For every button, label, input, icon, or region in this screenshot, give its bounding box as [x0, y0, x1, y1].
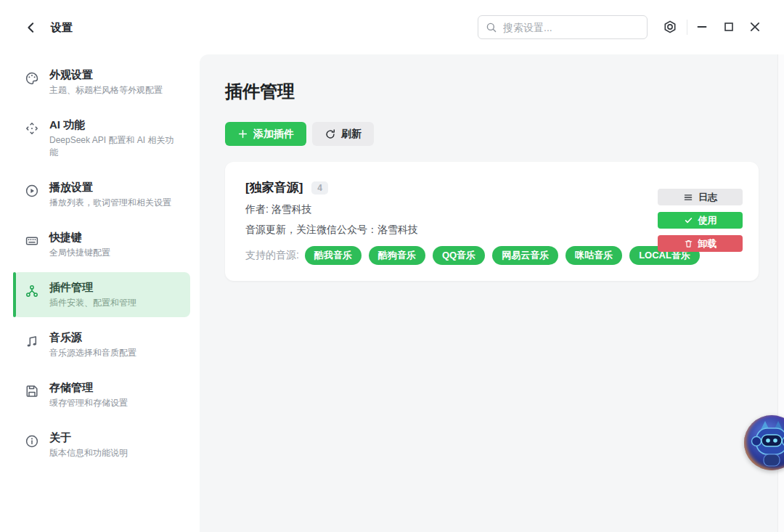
sidebar-item-label: 存储管理 — [49, 380, 128, 395]
sidebar-item-music-source[interactable]: 音乐源 音乐源选择和音质配置 — [13, 322, 190, 367]
maximize-icon — [722, 20, 736, 34]
check-icon — [684, 216, 693, 225]
source-tag: QQ音乐 — [433, 246, 485, 265]
source-tag: 咪咕音乐 — [565, 246, 622, 265]
sidebar-item-label: 快捷键 — [49, 230, 110, 245]
use-button[interactable]: 使用 — [658, 212, 743, 229]
sidebar-item-label: 插件管理 — [49, 280, 136, 295]
nut-icon — [663, 20, 677, 34]
source-tag: 酷狗音乐 — [369, 246, 425, 265]
sidebar-item-desc: 主题、标题栏风格等外观配置 — [49, 84, 163, 97]
maximize-button[interactable] — [719, 17, 739, 37]
back-button[interactable] — [22, 18, 41, 37]
palette-icon — [25, 71, 39, 86]
settings-sidebar: 外观设置 主题、标题栏风格等外观配置 AI 功能 DeepSeek API 配置… — [0, 54, 200, 532]
settings-gear-button[interactable] — [660, 17, 680, 37]
settings-window: { "titlebar": { "back_icon": "chevron-le… — [0, 0, 784, 532]
log-label: 日志 — [698, 191, 717, 204]
sidebar-item-label: 关于 — [49, 430, 128, 445]
plugin-card: [独家音源] 4 作者: 洛雪科技 音源更新，关注微信公众号：洛雪科技 支持的音… — [225, 162, 759, 281]
sources-label: 支持的音源: — [245, 249, 299, 262]
sidebar-item-label: 外观设置 — [49, 67, 163, 82]
sidebar-item-text: 播放设置 播放列表，歌词管理和相关设置 — [49, 180, 171, 209]
sidebar-item-desc: 版本信息和功能说明 — [49, 447, 128, 459]
sidebar-item-desc: 全局快捷键配置 — [49, 247, 110, 259]
window-title: 设置 — [51, 21, 73, 35]
minimize-button[interactable] — [692, 17, 712, 37]
list-lines-icon — [683, 192, 693, 202]
settings-search — [478, 15, 648, 39]
sidebar-item-text: 音乐源 音乐源选择和音质配置 — [49, 330, 136, 359]
titlebar-divider — [687, 20, 687, 35]
titlebar: 设置 — [0, 0, 784, 54]
sidebar-item-plugins[interactable]: 插件管理 插件安装、配置和管理 — [13, 272, 190, 317]
add-plugin-button[interactable]: 添加插件 — [225, 122, 306, 146]
sidebar-item-storage[interactable]: 存储管理 缓存管理和存储设置 — [13, 372, 190, 417]
sidebar-item-text: 插件管理 插件安装、配置和管理 — [49, 280, 136, 309]
search-input[interactable] — [503, 22, 640, 33]
sidebar-item-desc: 音乐源选择和音质配置 — [49, 347, 136, 359]
sidebar-item-desc: 插件安装、配置和管理 — [49, 297, 136, 309]
log-button[interactable]: 日志 — [658, 189, 743, 205]
refresh-label: 刷新 — [341, 128, 362, 141]
sidebar-item-text: 外观设置 主题、标题栏风格等外观配置 — [49, 67, 163, 97]
plugin-management-panel: 插件管理 添加插件 刷新 [独家音源] 4 作者: 洛雪科技 音源更新，关注微信… — [200, 54, 777, 532]
sidebar-item-appearance[interactable]: 外观设置 主题、标题栏风格等外观配置 — [13, 60, 190, 105]
use-label: 使用 — [698, 214, 717, 227]
info-icon — [25, 434, 39, 449]
sidebar-item-desc: 缓存管理和存储设置 — [49, 397, 128, 409]
uninstall-button[interactable]: 卸载 — [658, 235, 743, 252]
sidebar-item-text: AI 功能 DeepSeek API 配置和 AI 相关功能 — [49, 118, 179, 159]
plus-icon — [237, 128, 248, 139]
sidebar-item-text: 快捷键 全局快捷键配置 — [49, 230, 110, 259]
add-plugin-label: 添加插件 — [253, 128, 294, 141]
sidebar-item-hotkeys[interactable]: 快捷键 全局快捷键配置 — [13, 222, 190, 267]
plugin-name: [独家音源] — [245, 179, 303, 196]
music-note-icon — [25, 334, 39, 348]
plugin-actions: 添加插件 刷新 — [225, 122, 759, 146]
sidebar-item-label: AI 功能 — [49, 118, 179, 132]
floppy-disk-icon — [25, 384, 39, 398]
trash-icon — [684, 239, 693, 248]
refresh-button[interactable]: 刷新 — [312, 122, 374, 146]
minimize-icon — [695, 20, 709, 34]
keyboard-icon — [25, 234, 39, 248]
source-tag: 网易云音乐 — [492, 246, 558, 265]
page-title: 插件管理 — [225, 81, 759, 102]
plugin-icon — [25, 284, 39, 298]
refresh-icon — [324, 128, 336, 140]
sidebar-item-about[interactable]: 关于 版本信息和功能说明 — [13, 422, 190, 467]
sidebar-item-playback[interactable]: 播放设置 播放列表，歌词管理和相关设置 — [13, 172, 190, 217]
sidebar-item-ai[interactable]: AI 功能 DeepSeek API 配置和 AI 相关功能 — [13, 110, 190, 167]
plugin-card-buttons: 日志 使用 卸载 — [658, 189, 743, 252]
chevron-left-icon — [24, 20, 38, 35]
sidebar-item-text: 关于 版本信息和功能说明 — [49, 430, 128, 459]
source-tag: 酷我音乐 — [305, 246, 362, 265]
uninstall-label: 卸载 — [698, 237, 717, 250]
close-icon — [748, 20, 762, 34]
sidebar-item-label: 播放设置 — [49, 180, 171, 195]
sidebar-item-label: 音乐源 — [49, 330, 136, 345]
close-button[interactable] — [745, 17, 765, 37]
plugin-count-badge: 4 — [311, 181, 328, 195]
search-icon — [486, 22, 497, 33]
sidebar-item-desc: 播放列表，歌词管理和相关设置 — [49, 197, 171, 209]
play-circle-icon — [25, 184, 39, 198]
sidebar-item-desc: DeepSeek API 配置和 AI 相关功能 — [49, 134, 179, 159]
sidebar-item-text: 存储管理 缓存管理和存储设置 — [49, 380, 128, 409]
ai-sparkle-icon — [25, 121, 39, 136]
